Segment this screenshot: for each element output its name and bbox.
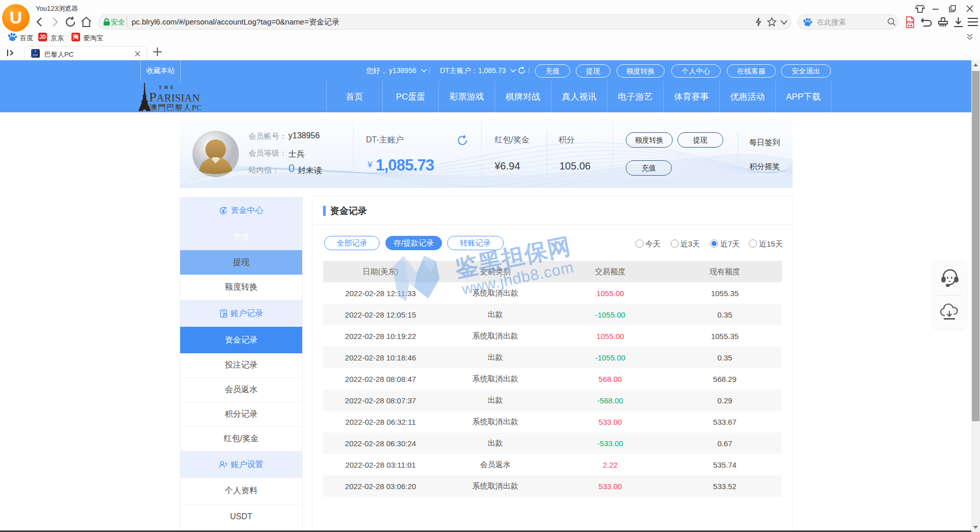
svg-text:¥: ¥ [224,313,226,317]
svg-text:THE: THE [159,85,176,90]
svg-text:PDF: PDF [907,20,915,24]
svg-text:PARISIAN: PARISIAN [149,90,200,105]
svg-text:澳門巴黎人PC: 澳門巴黎人PC [150,103,202,112]
